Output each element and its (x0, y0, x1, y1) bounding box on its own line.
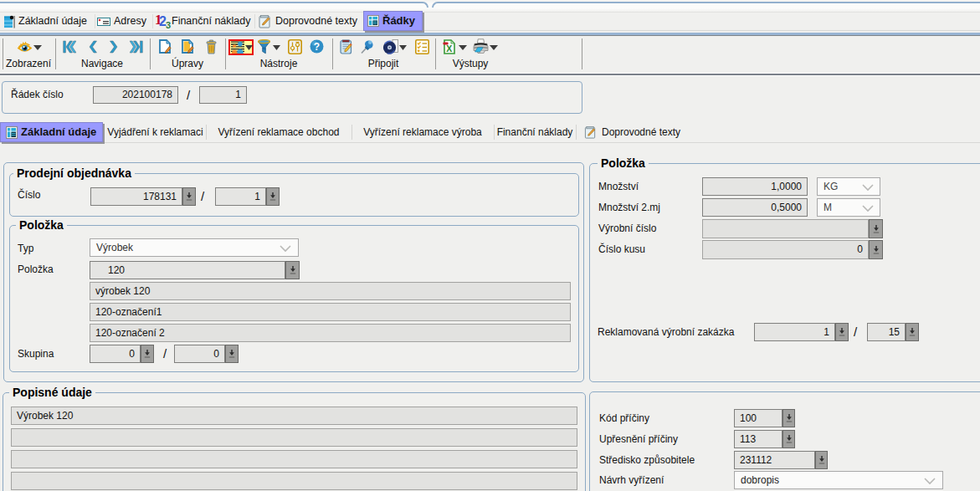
svg-text:?: ? (314, 41, 320, 53)
svg-text:X: X (446, 43, 452, 54)
